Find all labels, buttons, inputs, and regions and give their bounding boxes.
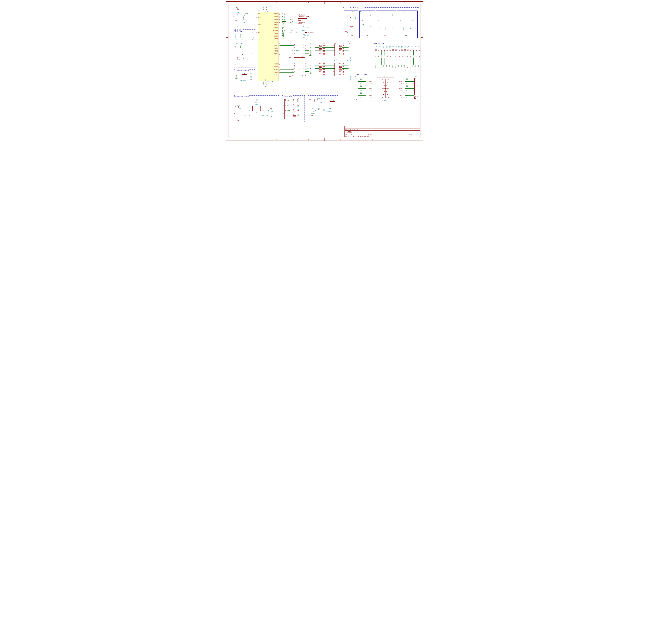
d23: D23 [240, 108, 241, 109]
svg-marker-72 [390, 56, 391, 57]
net-pbt: PBT [235, 63, 236, 65]
conn-p11: 12 34 56 [242, 74, 247, 79]
sw-gnd: GND [311, 115, 313, 116]
hdr-led1: LED [333, 41, 335, 42]
c10: C10 [267, 110, 268, 112]
svg-marker-23 [297, 105, 299, 106]
tb-rev: Rev: [408, 133, 420, 135]
net-pbc: PBC [247, 58, 249, 60]
svg-marker-94 [404, 49, 406, 50]
hdr-seg2: Seg [347, 61, 349, 62]
net-pin30: PIN30 [240, 34, 241, 38]
svg-marker-64 [387, 49, 388, 50]
conn-p9: CONN_01X08 [403, 70, 408, 71]
q2-type: Q_NPN_BCE [310, 113, 315, 114]
flag-nsl: Von_NSL [330, 100, 335, 102]
svg-marker-89 [401, 49, 403, 50]
svg-point-36 [311, 109, 314, 112]
r4 [369, 14, 370, 17]
svg-marker-117 [416, 56, 417, 57]
d25-col: grün [272, 110, 273, 113]
tb-title: Title: [345, 130, 420, 133]
p5: CONN_01X08 [350, 57, 351, 62]
svg-marker-92 [401, 56, 403, 57]
gnd-c13: GND [252, 39, 254, 40]
svg-point-33 [314, 100, 315, 100]
net-pin31: PIN31 [240, 45, 241, 48]
svg-line-11 [237, 57, 239, 58]
gnd-prog: GND [250, 79, 252, 81]
net-mosi: MOSI [250, 77, 252, 78]
p6: CONN_01X08 [350, 76, 351, 81]
diode-1n4007: 1N4007 [302, 30, 305, 31]
svg-marker-114 [416, 49, 417, 50]
svg-marker-20 [297, 99, 299, 101]
transistor-icon [236, 57, 240, 61]
svg-point-34 [314, 101, 315, 102]
net-sck: SCK [235, 77, 236, 78]
svg-marker-104 [410, 49, 412, 50]
sixteen-seg-icon [382, 79, 389, 98]
net-pb0-sw: PB0 [323, 110, 325, 111]
r-con [402, 14, 403, 17]
ruler-right: ABCD [421, 4, 423, 138]
val-y1: Crystal [243, 22, 247, 23]
gnd-2: GND [235, 20, 237, 21]
svg-marker-59 [384, 49, 385, 50]
tb-kicad: KiCad E.D.A. kicad 4.0.3-stable [345, 135, 408, 137]
svg-marker-29 [297, 115, 299, 116]
svg-line-121 [420, 49, 421, 49]
ref-c3: C3 [238, 24, 240, 25]
arrow-out-icon [305, 31, 307, 33]
status-pwr: +5V [301, 97, 303, 98]
svg-marker-26 [297, 110, 299, 111]
c9: C9 [263, 110, 264, 112]
svg-line-42 [347, 15, 348, 16]
svg-point-9 [237, 57, 240, 60]
net-pin10-top: PIN10 [263, 7, 264, 10]
svg-point-32 [314, 99, 315, 99]
frame: +5V R1 10k SW1 SW_PUSH GND RESET C12 100… [228, 4, 421, 138]
net-pin10: PIN10 [235, 34, 236, 38]
ic-7805 [253, 106, 261, 111]
svg-marker-74 [392, 49, 394, 50]
rv1: RV1 [346, 32, 348, 34]
svg-line-12 [237, 59, 239, 60]
u2-ref: U2 [299, 68, 300, 69]
box-title-seg: Segment-Display [355, 74, 367, 76]
led-icon [270, 109, 272, 111]
svg-marker-14 [270, 109, 272, 110]
diode-icon2 [238, 106, 242, 108]
p3: CONN_01X04 [304, 39, 309, 40]
hdr-led2: LED [333, 61, 335, 62]
tb-id: Id: 1/1 [408, 135, 420, 137]
p12-type: CONN_01X01 [327, 111, 332, 112]
r37 [318, 110, 321, 111]
svg-marker-87 [399, 56, 400, 57]
c7: C7 [245, 110, 246, 112]
svg-marker-99 [407, 49, 408, 50]
ref-q1: Q1 [235, 61, 236, 62]
net-pin31-bot: PIN31 [266, 81, 267, 85]
val-r31: 1k [243, 58, 244, 59]
svg-marker-13 [305, 31, 307, 33]
svg-point-41 [348, 15, 351, 18]
sub-ldr [344, 10, 358, 38]
svg-marker-119 [419, 49, 420, 50]
net-pa7e: PA7_E [392, 12, 393, 16]
p1: CONN_01X02 [304, 28, 309, 29]
led-label: LED [374, 63, 376, 65]
u3-val: 7805 [255, 104, 258, 105]
net-reset2: RESET [235, 78, 238, 79]
gnd-label: GND [233, 15, 234, 17]
switch-icon [235, 12, 241, 14]
q-type: Q_PNP_BCE [233, 54, 239, 55]
net-pa7: PA7 [377, 19, 379, 21]
box-title-dreh: Drehzahlband [374, 43, 384, 44]
schematic-sheet: 123456 123456 ABCD ABCD +5V R1 10k SW1 S… [226, 1, 423, 141]
ref-c13: C13 [252, 32, 254, 33]
svg-marker-67 [387, 56, 388, 57]
val-r1: 10k [237, 9, 239, 10]
u1-part: ULN2003A [296, 50, 301, 51]
c7-val: 220µ [244, 115, 246, 116]
